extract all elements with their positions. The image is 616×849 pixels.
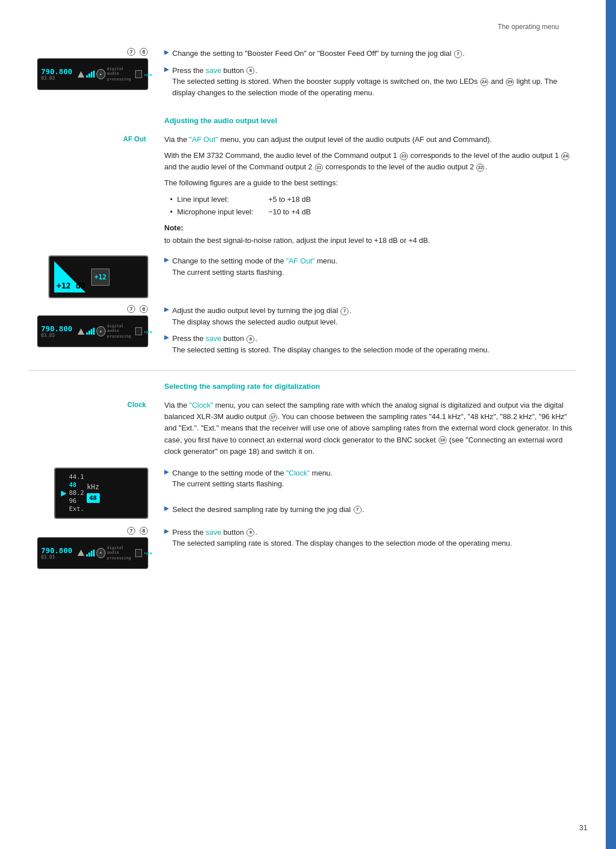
- bullet-af-change-text: Change to the setting mode of the "AF Ou…: [172, 255, 576, 278]
- db-right-panel: +12: [91, 269, 110, 286]
- bullet-booster-2-text: Press the save button 8. The selected se…: [172, 65, 576, 99]
- circle-8b: 8: [140, 305, 148, 313]
- device-text-small5: digital audio: [107, 546, 133, 555]
- save-circ-2: 8: [246, 335, 254, 343]
- mic-level-value: −10 to +4 dB: [269, 206, 576, 218]
- device-triangle-icon: [78, 71, 84, 78]
- device-triangle-icon3: [78, 550, 84, 556]
- cmd2-circ: 21: [315, 164, 323, 172]
- bullet-booster-2: ▶ Press the save button 8. The selected …: [164, 65, 576, 99]
- device-text-small2: processing: [107, 77, 133, 82]
- arrow-icon-7: ▶: [164, 505, 169, 512]
- mic-level-label: Microphone input level:: [177, 206, 269, 218]
- device-text-small1: digital audio: [107, 67, 133, 76]
- save-link-3: save: [206, 528, 221, 537]
- dot-bullet-2: •: [170, 206, 173, 218]
- device-square: [135, 70, 142, 78]
- device-text-small6: processing: [107, 556, 133, 560]
- clock-label: Clock: [127, 401, 148, 409]
- af-out-label: AF Out: [123, 135, 148, 143]
- arrow-icon-6: ▶: [164, 468, 169, 476]
- device-sub-text2: 03.03: [41, 333, 75, 338]
- bar1c: [86, 554, 88, 556]
- db-box-value: +12: [94, 273, 107, 281]
- clock-rate-96: 96: [69, 497, 84, 505]
- bullet-af-save-text: Press the save button 8. The selected se…: [172, 333, 576, 355]
- bar2c: [88, 553, 90, 556]
- knob-dot3: [100, 552, 102, 554]
- device-text-small3: digital audio: [107, 324, 133, 333]
- bar1b: [86, 332, 88, 335]
- led-29: 29: [506, 78, 514, 86]
- save-link-2: save: [206, 334, 221, 343]
- audio-title-col: Adjusting the audio output level: [164, 114, 576, 129]
- af-out-link: "AF Out": [189, 135, 218, 144]
- knob-dot: [100, 74, 102, 75]
- bar3: [91, 72, 92, 78]
- device-display-clock: 790.800 03.03: [37, 537, 148, 569]
- device-display-af: 790.800 03.03: [37, 315, 148, 347]
- line-level-item: • Line input level: +5 to +18 dB: [170, 194, 576, 205]
- device-square3: [135, 549, 142, 557]
- clock-rate-441: 44.1: [69, 473, 84, 481]
- clock-rate-882: 88.2: [69, 489, 84, 497]
- af-out-para2: With the EM 3732 Command, the audio leve…: [164, 150, 576, 173]
- circle-7b: 7: [127, 305, 135, 313]
- device-knob: [96, 69, 106, 79]
- device-bars3: [86, 550, 95, 556]
- arrow-icon-5: ▶: [164, 334, 169, 341]
- circle-8c: 8: [140, 527, 148, 535]
- line-level-value: +5 to +18 dB: [269, 194, 576, 205]
- device-right-area3: digital audio processing syn●: [78, 546, 152, 560]
- bullet-booster-1-text: Change the setting to "Booster Feed On" …: [172, 48, 576, 59]
- ao1-circ: 24: [561, 152, 569, 160]
- bnc-circ: 18: [439, 436, 447, 444]
- jog-circ-2: 7: [341, 307, 348, 315]
- save-link-1: save: [206, 66, 221, 75]
- clock-active-badge: 48: [87, 493, 100, 503]
- clock-khz-label: kHz: [87, 483, 99, 491]
- bullet-clock-select: ▶ Select the desired sampling rate by tu…: [164, 504, 576, 515]
- bullet-af-change: ▶ Change to the setting mode of the "AF …: [164, 255, 576, 278]
- booster-feed-col: ▶ Change the setting to "Booster Feed On…: [164, 48, 576, 104]
- device-right-area2: digital audio processing syn●: [78, 324, 152, 339]
- clock-unit-col: kHz 48: [87, 483, 100, 503]
- bullet-af-adjust-text: Adjust the audio output level by turning…: [172, 305, 576, 327]
- clock-display: ▶ 44.1 48 88.2 96 Ext. kHz 48: [54, 468, 148, 519]
- clock-desc-col: Via the "Clock" menu, you can select the…: [164, 400, 576, 462]
- clock-change-col: ▶ Change to the setting mode of the "Clo…: [164, 468, 576, 522]
- device-freq-text2: 790.800: [41, 324, 75, 333]
- cmd1-circ: 23: [400, 152, 408, 160]
- audio-circ: 17: [269, 413, 277, 421]
- right-blue-bar: [606, 0, 616, 849]
- device-freq-text: 790.800: [41, 67, 75, 76]
- db-display: +12 dB +12: [48, 255, 148, 298]
- device-syn-text: syn●: [144, 72, 152, 76]
- bar4b: [93, 328, 95, 335]
- bar1: [86, 75, 88, 78]
- note-label: Note:: [164, 222, 576, 234]
- device-syn-text2: syn●: [144, 330, 152, 334]
- circle-8: 8: [140, 48, 148, 56]
- arrow-icon-2: ▶: [164, 66, 169, 73]
- save-circ-3: 8: [246, 529, 254, 537]
- audio-output-title: Adjusting the audio output level: [164, 116, 576, 125]
- af-out-para3: The following figures are a guide to the…: [164, 177, 576, 189]
- device-text-small4: processing: [107, 334, 133, 339]
- section-divider: [29, 370, 576, 371]
- device-right-area: digital audio processing syn●: [78, 67, 152, 82]
- bullet-clock-save-text: Press the save button 8. The selected sa…: [172, 527, 576, 549]
- bullet-clock-select-text: Select the desired sampling rate by turn…: [172, 504, 576, 515]
- mic-level-item: • Microphone input level: −10 to +4 dB: [170, 206, 576, 218]
- device-knob2: [96, 326, 106, 336]
- clock-save-col: ▶ Press the save button 8. The selected …: [164, 527, 576, 571]
- clock-arrow-area: ▶: [61, 489, 67, 497]
- clock-arrow-icon: ▶: [61, 489, 67, 497]
- number-circles-row-3: 7 8: [127, 527, 148, 535]
- arrow-icon-3: ▶: [164, 256, 169, 263]
- clock-list: 44.1 48 88.2 96 Ext.: [69, 473, 84, 513]
- device-knob3: [96, 548, 106, 558]
- af-out-label-col: AF Out: [29, 134, 154, 252]
- circle-7-inline: 7: [454, 50, 462, 58]
- db-label-text: +12 dB: [56, 281, 86, 290]
